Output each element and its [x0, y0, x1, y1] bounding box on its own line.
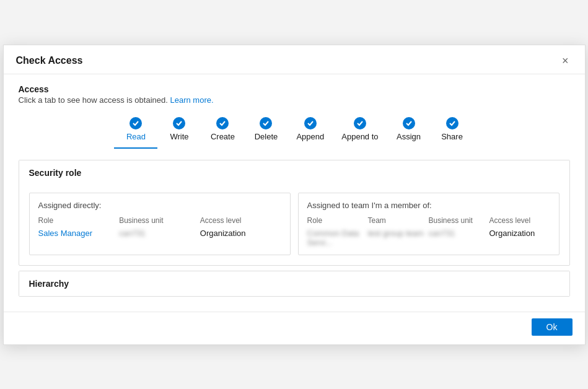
- check-access-dialog: Check Access × Access Click a tab to see…: [3, 45, 586, 345]
- col-header-bu: Business unit: [119, 216, 200, 226]
- tab-delete-label: Delete: [255, 132, 278, 141]
- tab-write[interactable]: Write: [157, 113, 201, 149]
- tab-assign-label: Assign: [397, 132, 421, 141]
- sales-link[interactable]: Sales: [38, 229, 59, 238]
- assigned-directly-table: Role Business unit Access level Sales Ma…: [38, 216, 281, 238]
- tab-write-icon: [173, 117, 185, 129]
- tab-share-icon: [446, 117, 459, 129]
- ok-button[interactable]: Ok: [532, 318, 573, 336]
- assigned-directly-header: Role Business unit Access level: [38, 216, 281, 226]
- tab-append-icon: [304, 117, 317, 129]
- access-description: Access Click a tab to see how access is …: [19, 84, 570, 105]
- col-header-team-access: Access level: [489, 216, 550, 226]
- col-header-role: Role: [38, 216, 120, 226]
- tab-create[interactable]: Create: [201, 113, 244, 149]
- blurred-bu: can731: [119, 229, 146, 238]
- tab-append-label: Append: [296, 132, 324, 141]
- learn-more-link[interactable]: Learn more.: [170, 95, 213, 105]
- assigned-team-header: Role Team Business unit Access level: [307, 216, 550, 226]
- tab-share-label: Share: [441, 132, 463, 141]
- assigned-team-box: Assigned to team I'm a member of: Role T…: [298, 193, 559, 255]
- dialog-footer: Ok: [4, 312, 585, 344]
- col-header-team-role: Role: [307, 216, 368, 226]
- table-row: Sales Manager can731 Organization: [38, 229, 281, 238]
- blurred-team-bu: can731: [429, 229, 455, 238]
- tab-append-to[interactable]: Append to: [333, 113, 387, 149]
- tab-append-to-label: Append to: [341, 132, 378, 141]
- tab-create-label: Create: [211, 132, 235, 141]
- tab-read-icon: [129, 117, 142, 129]
- tab-read[interactable]: Read: [114, 113, 157, 149]
- assigned-team-table: Role Team Business unit Access level Com…: [307, 216, 550, 247]
- tab-append[interactable]: Append: [287, 113, 333, 149]
- assigned-directly-title: Assigned directly:: [38, 201, 281, 210]
- cell-access: Organization: [200, 229, 281, 238]
- tab-append-to-icon: [354, 117, 366, 129]
- security-role-section: Security role Assigned directly: Role Bu…: [19, 160, 570, 266]
- hierarchy-section: Hierarchy: [19, 271, 570, 297]
- tab-create-icon: [216, 117, 229, 129]
- tab-assign-icon: [403, 117, 415, 129]
- tab-assign[interactable]: Assign: [387, 113, 431, 149]
- cell-bu: can731: [119, 229, 200, 238]
- col-header-team-bu: Business unit: [429, 216, 489, 226]
- security-role-body: Assigned directly: Role Business unit Ac…: [19, 185, 569, 265]
- cell-team-bu: can731: [429, 229, 489, 247]
- close-button[interactable]: ×: [558, 54, 573, 68]
- col-header-access: Access level: [200, 216, 281, 226]
- access-title: Access: [19, 84, 570, 94]
- assigned-directly-box: Assigned directly: Role Business unit Ac…: [29, 193, 291, 255]
- tab-share[interactable]: Share: [431, 113, 474, 149]
- security-role-header: Security role: [19, 160, 569, 185]
- cell-team-role: Common Data Servi...: [307, 229, 368, 247]
- table-row: Common Data Servi... test group team can…: [307, 229, 550, 247]
- tab-read-label: Read: [126, 132, 146, 141]
- blurred-team-role: Common Data Servi...: [307, 229, 368, 247]
- tab-delete[interactable]: Delete: [244, 113, 287, 149]
- dialog-header: Check Access ×: [4, 45, 585, 74]
- assigned-team-title: Assigned to team I'm a member of:: [307, 201, 550, 210]
- hierarchy-header: Hierarchy: [19, 271, 569, 296]
- cell-role: Sales Manager: [38, 229, 120, 238]
- cell-team-name: test group team: [368, 229, 429, 247]
- manager-link[interactable]: Manager: [61, 229, 92, 238]
- blurred-team-name: test group team: [368, 229, 424, 238]
- dialog-body: Access Click a tab to see how access is …: [4, 74, 585, 312]
- cell-team-access: Organization: [489, 229, 550, 247]
- dialog-title: Check Access: [16, 55, 83, 66]
- col-header-team: Team: [368, 216, 429, 226]
- tab-write-label: Write: [170, 132, 188, 141]
- tab-delete-icon: [260, 117, 272, 129]
- tabs-row: Read Write Create Delete: [19, 113, 570, 149]
- access-subtitle: Click a tab to see how access is obtaine…: [19, 95, 570, 105]
